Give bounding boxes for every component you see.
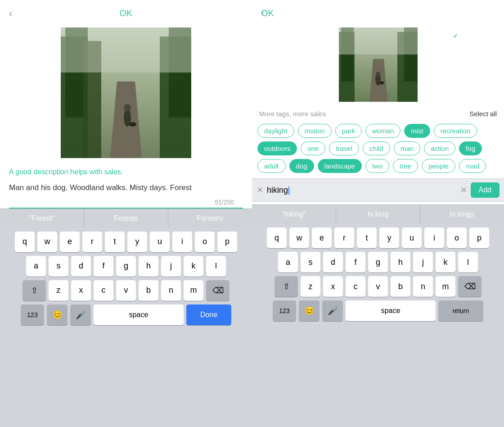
key-w[interactable]: w <box>37 232 57 252</box>
right-key-n[interactable]: n <box>413 276 433 297</box>
right-key-o[interactable]: o <box>447 227 467 248</box>
tag-adult[interactable]: adult <box>257 159 286 173</box>
key-f[interactable]: f <box>94 256 113 277</box>
tag-outdoors[interactable]: outdoors <box>257 141 297 155</box>
key-g[interactable]: g <box>116 256 136 277</box>
search-input[interactable]: hiking <box>267 186 457 195</box>
key-i[interactable]: i <box>172 232 192 252</box>
emoji-key[interactable]: 😊 <box>47 304 68 325</box>
right-autocomplete-item-1[interactable]: hi king <box>336 205 420 224</box>
key-l[interactable]: l <box>206 256 226 277</box>
right-key-j[interactable]: j <box>413 252 433 273</box>
tag-people[interactable]: people <box>422 159 455 173</box>
key-d[interactable]: d <box>71 256 91 277</box>
tag-mist[interactable]: mist <box>404 124 430 138</box>
right-key-b[interactable]: b <box>391 276 410 297</box>
key-o[interactable]: o <box>195 232 215 252</box>
tag-road[interactable]: road <box>459 159 486 173</box>
right-key-z[interactable]: z <box>301 276 320 297</box>
tag-fog[interactable]: fog <box>459 141 482 155</box>
right-key-u[interactable]: u <box>402 227 422 248</box>
right-back-button[interactable]: ‹ <box>261 7 265 20</box>
tag-park[interactable]: park <box>335 124 362 138</box>
key-k[interactable]: k <box>184 256 203 277</box>
key-p[interactable]: p <box>217 232 237 252</box>
add-tag-button[interactable]: Add <box>471 182 500 198</box>
tag-recreation[interactable]: recreation <box>434 124 477 138</box>
select-all-button[interactable]: Select all <box>469 110 497 118</box>
right-shift-key[interactable]: ⇧ <box>274 276 298 297</box>
key-a[interactable]: a <box>26 256 46 277</box>
search-close-button[interactable]: ✕ <box>256 185 263 195</box>
tag-woman[interactable]: woman <box>365 124 400 138</box>
shift-key[interactable]: ⇧ <box>22 280 46 301</box>
key-t[interactable]: t <box>105 232 125 252</box>
right-key-w[interactable]: w <box>289 227 309 248</box>
right-mic-key[interactable]: 🎤 <box>322 300 343 321</box>
key-m[interactable]: m <box>184 280 203 301</box>
right-numbers-key[interactable]: 123 <box>273 300 296 321</box>
numbers-key[interactable]: 123 <box>21 304 44 325</box>
key-q[interactable]: q <box>15 232 35 252</box>
tag-child[interactable]: child <box>363 141 390 155</box>
right-key-l[interactable]: l <box>458 252 478 273</box>
delete-key[interactable]: ⌫ <box>206 280 230 301</box>
key-j[interactable]: j <box>161 256 181 277</box>
tag-man[interactable]: man <box>394 141 420 155</box>
tag-dog[interactable]: dog <box>289 159 314 173</box>
right-key-a[interactable]: a <box>278 252 298 273</box>
key-v[interactable]: v <box>116 280 136 301</box>
left-back-button[interactable]: ‹ <box>9 7 13 20</box>
mic-key[interactable]: 🎤 <box>70 304 91 325</box>
key-c[interactable]: c <box>94 280 113 301</box>
right-key-h[interactable]: h <box>391 252 410 273</box>
right-space-key[interactable]: space <box>346 300 436 321</box>
right-key-y[interactable]: y <box>379 227 399 248</box>
autocomplete-item-2[interactable]: Forestry <box>168 209 252 228</box>
right-key-m[interactable]: m <box>436 276 455 297</box>
right-key-x[interactable]: x <box>323 276 343 297</box>
right-key-p[interactable]: p <box>469 227 489 248</box>
right-key-r[interactable]: r <box>334 227 354 248</box>
right-key-k[interactable]: k <box>436 252 455 273</box>
description-text[interactable]: Man and his dog. Woodland walks. Misty d… <box>0 179 252 197</box>
key-h[interactable]: h <box>139 256 158 277</box>
right-key-q[interactable]: q <box>267 227 287 248</box>
right-emoji-key[interactable]: 😊 <box>299 300 320 321</box>
tag-one[interactable]: one <box>301 141 325 155</box>
tag-motion[interactable]: motion <box>298 124 332 138</box>
right-key-v[interactable]: v <box>368 276 388 297</box>
key-s[interactable]: s <box>49 256 68 277</box>
key-r[interactable]: r <box>82 232 102 252</box>
autocomplete-item-0[interactable]: "Forest" <box>0 209 84 228</box>
key-e[interactable]: e <box>60 232 80 252</box>
key-b[interactable]: b <box>139 280 158 301</box>
key-n[interactable]: n <box>161 280 181 301</box>
right-key-i[interactable]: i <box>424 227 444 248</box>
tag-daylight[interactable]: daylight <box>257 124 294 138</box>
return-key[interactable]: return <box>438 300 483 321</box>
right-key-c[interactable]: c <box>346 276 365 297</box>
right-key-s[interactable]: s <box>301 252 320 273</box>
right-autocomplete-item-2[interactable]: hi kings <box>420 205 504 224</box>
right-autocomplete-item-0[interactable]: "hiking" <box>252 205 336 224</box>
right-key-f[interactable]: f <box>346 252 365 273</box>
key-u[interactable]: u <box>150 232 170 252</box>
done-key[interactable]: Done <box>186 304 231 325</box>
right-key-g[interactable]: g <box>368 252 388 273</box>
key-x[interactable]: x <box>71 280 91 301</box>
space-key[interactable]: space <box>94 304 184 325</box>
tag-two[interactable]: two <box>365 159 389 173</box>
tag-landscape[interactable]: landscape <box>318 159 362 173</box>
tag-travel[interactable]: travel <box>329 141 359 155</box>
search-clear-button[interactable]: ✕ <box>460 185 467 195</box>
right-key-t[interactable]: t <box>357 227 377 248</box>
right-key-e[interactable]: e <box>312 227 332 248</box>
right-delete-key[interactable]: ⌫ <box>458 276 482 297</box>
left-ok-button[interactable]: OK <box>120 8 133 18</box>
tag-action[interactable]: action <box>424 141 455 155</box>
autocomplete-item-1[interactable]: Forests <box>84 209 168 228</box>
right-key-d[interactable]: d <box>323 252 343 273</box>
key-z[interactable]: z <box>49 280 68 301</box>
tag-tree[interactable]: tree <box>393 159 418 173</box>
